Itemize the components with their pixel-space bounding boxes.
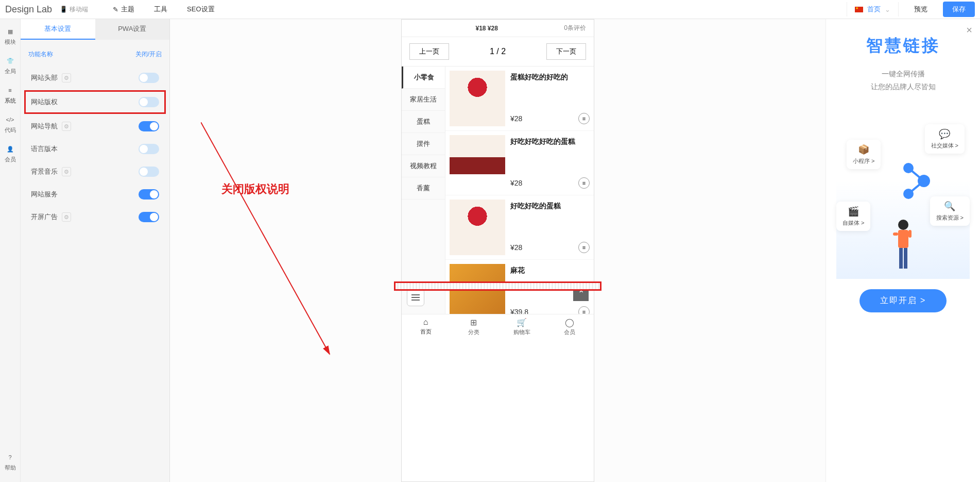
right-subtitle: 一键全网传播 让您的品牌人尽皆知 — [836, 68, 970, 93]
save-button[interactable]: 保存 — [943, 2, 975, 17]
rail-code[interactable]: </>代码 — [5, 115, 16, 134]
nav-theme[interactable]: ✎主题 — [104, 1, 144, 18]
setting-row-0: 网站头部⚙ — [28, 67, 162, 89]
tabbar-item[interactable]: ⊞分类 — [450, 318, 497, 336]
selfmedia-icon: 🎬 — [848, 206, 859, 217]
product-item[interactable]: 好吃好吃好吃的蛋糕¥28≡ — [445, 131, 594, 195]
toggle-switch[interactable] — [139, 189, 159, 200]
tab-icon: ◯ — [565, 318, 574, 327]
svg-point-1 — [898, 220, 908, 230]
rail-help[interactable]: ?帮助 — [5, 453, 16, 472]
toggle-switch[interactable] — [139, 121, 159, 131]
product-image — [450, 200, 505, 255]
card-social[interactable]: 💬社交媒体 > — [925, 124, 965, 154]
category-item[interactable]: 家居生活 — [402, 89, 445, 111]
phone-top-strip: ¥18 ¥28 0条评价 — [402, 20, 594, 37]
nav-tools[interactable]: 工具 — [145, 1, 177, 18]
rail-system[interactable]: ≡系统 — [5, 86, 16, 105]
right-panel: × 智慧链接 一键全网传播 让您的品牌人尽皆知 💬社交媒体 > 📦小程序 > 🎬… — [826, 19, 980, 482]
add-cart-icon[interactable]: ≡ — [578, 177, 590, 189]
add-cart-icon[interactable]: ≡ — [578, 306, 590, 314]
rail-global[interactable]: 👕全局 — [5, 56, 16, 75]
phone-content: 小零食家居生活蛋糕摆件视频教程香薰 蛋糕好吃的好吃的¥28≡好吃好吃好吃的蛋糕¥… — [402, 67, 594, 314]
preview-button[interactable]: 预览 — [906, 2, 935, 16]
tab-basic-settings[interactable]: 基本设置 — [21, 19, 95, 40]
top-nav: ✎主题 工具 SEO设置 — [104, 1, 223, 18]
hamburger-button[interactable] — [407, 289, 424, 306]
svg-line-0 — [201, 122, 330, 354]
product-item[interactable]: 蛋糕好吃的好吃的¥28≡ — [445, 67, 594, 131]
category-item[interactable]: 小零食 — [402, 67, 445, 89]
prev-page-button[interactable]: 上一页 — [409, 43, 449, 60]
gear-icon[interactable]: ⚙ — [62, 73, 71, 82]
rail-member[interactable]: 👤会员 — [5, 144, 16, 163]
setting-row-3: 语言版本 — [28, 138, 162, 160]
tabbar-item[interactable]: 🛒购物车 — [498, 318, 546, 336]
toggle-switch[interactable] — [139, 97, 159, 107]
copyright-bar-highlight — [394, 281, 601, 291]
phone-tabbar: ⌂首页⊞分类🛒购物车◯会员 — [402, 314, 594, 339]
workspace: ▦模块 👕全局 ≡系统 </>代码 👤会员 ?帮助 基本设置 PWA设置 功能名… — [0, 19, 980, 482]
svg-rect-3 — [899, 248, 903, 269]
modules-icon: ▦ — [6, 27, 15, 36]
svg-rect-2 — [898, 230, 908, 248]
miniapp-icon: 📦 — [858, 144, 869, 155]
gear-icon[interactable]: ⚙ — [62, 212, 71, 222]
setting-row-6: 开屏广告⚙ — [28, 206, 162, 228]
card-miniapp[interactable]: 📦小程序 > — [847, 140, 881, 169]
category-item[interactable]: 香薰 — [402, 177, 445, 200]
tab-label: 会员 — [564, 328, 575, 336]
top-reviews: 0条评价 — [564, 24, 586, 32]
page-label: 首页 — [867, 5, 881, 14]
setting-label: 语言版本 — [31, 144, 58, 154]
settings-panel: 基本设置 PWA设置 功能名称 关闭/开启 网站头部⚙网站版权网站导航⚙语言版本… — [21, 19, 170, 482]
product-price: ¥39.8 — [510, 308, 528, 314]
card-selfmedia[interactable]: 🎬自媒体 > — [836, 202, 870, 231]
category-item[interactable]: 蛋糕 — [402, 111, 445, 133]
page-selector[interactable]: 首页 ⌄ — [847, 2, 899, 16]
top-price: ¥18 ¥28 — [475, 25, 497, 32]
toggle-switch[interactable] — [139, 167, 159, 177]
add-cart-icon[interactable]: ≡ — [578, 113, 590, 124]
setting-row-4: 背景音乐⚙ — [28, 160, 162, 183]
tab-pwa-settings[interactable]: PWA设置 — [95, 19, 170, 40]
category-item[interactable]: 视频教程 — [402, 155, 445, 177]
category-sidebar: 小零食家居生活蛋糕摆件视频教程香薰 — [402, 67, 445, 314]
setting-row-1: 网站版权 — [24, 90, 166, 114]
tabbar-item[interactable]: ◯会员 — [546, 318, 594, 336]
svg-rect-5 — [893, 232, 898, 236]
card-search[interactable]: 🔍搜索资源 > — [930, 196, 970, 226]
toggle-switch[interactable] — [139, 73, 159, 83]
product-image — [450, 135, 505, 191]
rail-modules[interactable]: ▦模块 — [5, 27, 16, 46]
top-right: 首页 ⌄ 预览 保存 — [847, 2, 975, 17]
setting-label: 网站版权 — [31, 97, 58, 107]
gear-icon[interactable]: ⚙ — [62, 122, 71, 131]
product-image — [450, 71, 505, 126]
next-page-button[interactable]: 下一页 — [546, 43, 586, 60]
system-icon: ≡ — [6, 86, 15, 95]
toggle-switch[interactable] — [139, 144, 159, 154]
gear-icon[interactable]: ⚙ — [62, 167, 71, 176]
cta-button[interactable]: 立即开启 > — [859, 289, 947, 312]
header-feature: 功能名称 — [28, 50, 53, 59]
top-bar: Design Lab 📱 移动端 ✎主题 工具 SEO设置 首页 ⌄ 预览 保存 — [0, 0, 980, 19]
toggle-switch[interactable] — [139, 212, 159, 222]
annotation-text: 关闭版权说明 — [221, 181, 289, 197]
product-name: 麻花 — [510, 266, 590, 275]
tab-icon: ⌂ — [423, 318, 428, 327]
global-icon: 👕 — [6, 56, 15, 65]
close-icon[interactable]: × — [966, 24, 972, 36]
logo: Design Lab — [5, 4, 52, 15]
member-icon: 👤 — [6, 144, 15, 154]
product-item[interactable]: 好吃好吃的蛋糕¥28≡ — [445, 195, 594, 260]
tabbar-item[interactable]: ⌂首页 — [402, 318, 450, 336]
code-icon: </> — [6, 115, 15, 124]
search-icon: 🔍 — [944, 201, 955, 212]
nav-seo[interactable]: SEO设置 — [178, 1, 223, 18]
mobile-label: 移动端 — [70, 5, 88, 14]
left-rail: ▦模块 👕全局 ≡系统 </>代码 👤会员 ?帮助 — [0, 19, 21, 482]
setting-row-5: 网站服务 — [28, 183, 162, 206]
add-cart-icon[interactable]: ≡ — [578, 242, 590, 253]
category-item[interactable]: 摆件 — [402, 133, 445, 155]
